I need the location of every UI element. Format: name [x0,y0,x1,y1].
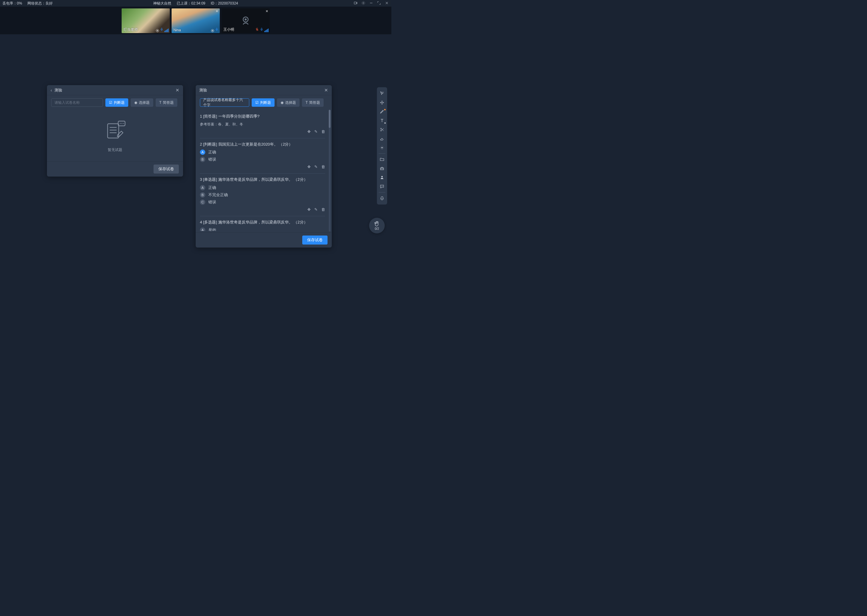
delete-question-icon[interactable]: 🗑 [321,207,325,212]
mic-icon [160,28,164,32]
radio-icon: ◉ [281,101,284,105]
add-short-answer-button[interactable]: T 简答题 [156,98,177,107]
svg-point-13 [381,147,383,148]
question-item: 2 [判断题] 我国宪法上一次更新是在2020年。 （2分）A正确B错误✥✎🗑 [200,138,325,174]
quiz-dialog-list: 测验 ✕ 产品说试卷名称最多十六个字 ☑ 判断题 ◉ 选择题 T 简答题 1 [… [195,85,332,248]
move-question-icon[interactable]: ✥ [307,129,311,134]
option-label: 错误 [208,200,216,205]
add-short-answer-button[interactable]: T 简答题 [302,98,324,107]
checkbox-icon: ☑ [109,101,112,105]
question-title: 2 [判断题] 我国宪法上一次更新是在2020年。 （2分） [200,141,325,148]
save-quiz-button[interactable]: 保存试卷 [153,165,179,174]
tile-close-icon[interactable]: ✕ [216,9,218,13]
scrollbar-track[interactable] [329,110,331,232]
folder-icon[interactable] [377,155,387,164]
cursor-tool-icon[interactable] [377,89,387,98]
delete-question-icon[interactable]: 🗑 [321,129,325,134]
signal-bars-icon [264,28,268,32]
back-icon[interactable]: ‹ [50,88,52,93]
scrollbar-thumb[interactable] [329,110,331,128]
video-tile[interactable]: ✕ Nina [172,8,220,33]
svg-point-10 [123,123,124,124]
option-bullet: C [200,200,205,205]
video-tile[interactable]: 叮当老师 [121,8,170,33]
question-option[interactable]: A正确 [200,185,325,190]
dialog-title: 测验 [55,88,62,93]
empty-state: 暂无试题 [47,109,183,161]
question-option[interactable]: A正确 [200,149,325,155]
question-item: 3 [单选题] 施华洛世奇是反华品牌，所以梁鼎琪反华。 （2分）A正确B不完全正… [200,174,325,216]
settings-icon[interactable] [361,1,366,6]
text-tool-icon[interactable] [377,116,387,125]
record-indicator-icon [156,29,159,32]
hand-raise-count: 0/2 [375,227,379,230]
question-list[interactable]: 1 [简答题] 一年四季分别是哪四季?参考答案：春、夏、秋、冬✥✎🗑2 [判断题… [200,110,331,231]
record-indicator-icon [211,29,214,32]
question-item: 4 [多选题] 施华洛世奇是反华品牌，所以梁鼎琪反华。 （2分）A是的B不完全正… [200,216,325,231]
add-choice-button[interactable]: ◉ 选择题 [131,98,153,107]
text-icon: T [159,101,161,105]
hand-raise-button[interactable]: 0/2 [369,218,385,233]
toolbox-icon[interactable] [377,164,387,173]
participant-name: 王小明 [223,27,234,32]
top-status-bar: 丢包率：0% 网络状态：良好 神秘大自然 已上课：02:34:09 ID：202… [0,0,391,6]
question-answer: 参考答案：春、夏、秋、冬 [200,122,325,127]
packet-loss: 丢包率：0% [2,1,22,6]
move-question-icon[interactable]: ✥ [307,207,311,212]
scissors-tool-icon[interactable] [377,125,387,134]
svg-point-8 [120,123,121,124]
delete-question-icon[interactable]: 🗑 [321,165,325,169]
edit-question-icon[interactable]: ✎ [314,207,318,212]
quiz-name-input[interactable] [51,98,103,107]
save-quiz-button[interactable]: 保存试卷 [302,236,328,245]
move-tool-icon[interactable] [377,98,387,107]
option-label: 错误 [208,157,216,162]
participant-name: Nina [173,28,181,32]
question-option[interactable]: B错误 [200,157,325,162]
close-icon[interactable] [385,1,389,6]
bell-icon[interactable] [377,194,387,203]
course-title: 神秘大自然 [153,1,171,6]
quiz-name-input[interactable]: 产品说试卷名称最多十六个字 [200,98,249,107]
add-true-false-button[interactable]: ☑ 判断题 [252,98,274,107]
dialog-title: 测验 [199,88,207,93]
edit-question-icon[interactable]: ✎ [314,165,318,169]
option-label: 是的 [208,227,216,231]
eraser-tool-icon[interactable] [377,134,387,143]
brightness-tool-icon[interactable] [377,143,387,152]
participants-icon[interactable] [377,173,387,182]
text-icon: T [306,101,308,105]
dialog-close-icon[interactable]: ✕ [175,88,180,93]
option-bullet: A [200,227,205,231]
edit-question-icon[interactable]: ✎ [314,129,318,134]
dialog-close-icon[interactable]: ✕ [324,88,328,93]
maximize-icon[interactable] [377,1,381,6]
pen-tool-icon[interactable] [377,107,387,116]
chat-icon[interactable] [377,182,387,191]
session-id: ID：2020070324 [211,1,238,6]
radio-icon: ◉ [134,101,137,105]
elapsed-time: 已上课：02:34:09 [177,1,205,6]
question-option[interactable]: B不完全正确 [200,192,325,198]
move-question-icon[interactable]: ✥ [307,165,311,169]
question-option[interactable]: A是的 [200,227,325,231]
option-bullet: B [200,157,205,162]
record-icon[interactable] [353,1,358,6]
quiz-dialog-empty: ‹ 测验 ✕ ☑ 判断题 ◉ 选择题 T 简答题 暂无试题 保存试卷 [47,85,183,176]
svg-point-16 [381,186,381,186]
signal-bars-icon [164,28,169,32]
video-tile[interactable]: ✕ 王小明 [222,8,270,33]
add-true-false-button[interactable]: ☑ 判断题 [106,98,128,107]
empty-paper-icon [102,118,128,145]
video-tile-row: 叮当老师 ✕ Nina ✕ 王小明 [0,6,391,34]
mic-icon [260,28,263,32]
option-label: 正确 [208,185,216,190]
option-label: 正确 [208,149,216,155]
minimize-icon[interactable] [369,1,373,6]
tile-close-icon[interactable]: ✕ [265,9,268,13]
camera-off-icon [240,14,252,27]
question-item: 1 [简答题] 一年四季分别是哪四季?参考答案：春、夏、秋、冬✥✎🗑 [200,110,325,138]
hand-icon [374,221,380,227]
question-option[interactable]: C错误 [200,200,325,205]
add-choice-button[interactable]: ◉ 选择题 [277,98,300,107]
